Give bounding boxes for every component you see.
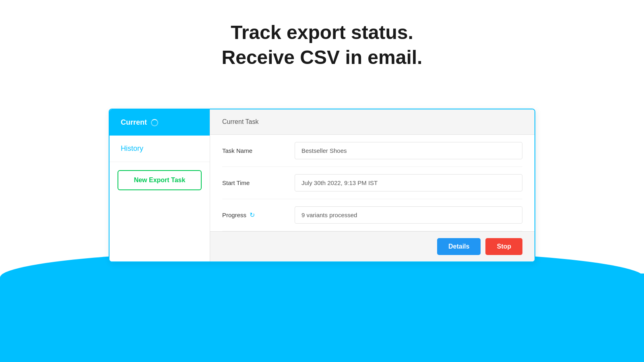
fields-area: Task Name Bestseller Shoes Start Time Ju… — [210, 135, 535, 231]
page-title: Track export status. Receive CSV in emai… — [0, 20, 644, 70]
sidebar: Current History New Export Task — [109, 109, 210, 261]
sidebar-history-label: History — [121, 144, 143, 152]
progress-row: Progress ↻ 9 variants processed — [222, 199, 522, 231]
start-time-value: July 30th 2022, 9:13 PM IST — [295, 174, 522, 191]
start-time-row: Start Time July 30th 2022, 9:13 PM IST — [222, 167, 522, 199]
blue-wave-corner — [515, 274, 644, 362]
sidebar-item-current[interactable]: Current — [109, 109, 210, 136]
loading-spinner-icon — [151, 119, 158, 126]
footer-actions: Details Stop — [210, 231, 535, 261]
sidebar-current-label: Current — [121, 118, 147, 127]
progress-label: Progress ↻ — [222, 211, 295, 219]
progress-value: 9 variants processed — [295, 206, 522, 224]
task-name-row: Task Name Bestseller Shoes — [222, 135, 522, 167]
details-button[interactable]: Details — [437, 238, 481, 255]
main-card: Current History New Export Task Current … — [109, 109, 535, 262]
title-line1: Track export status. — [231, 22, 413, 43]
task-name-value: Bestseller Shoes — [295, 142, 522, 159]
title-line2: Receive CSV in email. — [222, 47, 423, 68]
content-area: Current Task Task Name Bestseller Shoes … — [210, 109, 535, 261]
new-export-task-button[interactable]: New Export Task — [118, 170, 202, 190]
refresh-icon: ↻ — [250, 211, 255, 219]
task-name-label: Task Name — [222, 147, 295, 154]
content-header: Current Task — [210, 109, 535, 135]
stop-button[interactable]: Stop — [485, 238, 522, 255]
page-title-section: Track export status. Receive CSV in emai… — [0, 0, 644, 70]
start-time-label: Start Time — [222, 179, 295, 186]
sidebar-item-history[interactable]: History — [109, 136, 210, 162]
